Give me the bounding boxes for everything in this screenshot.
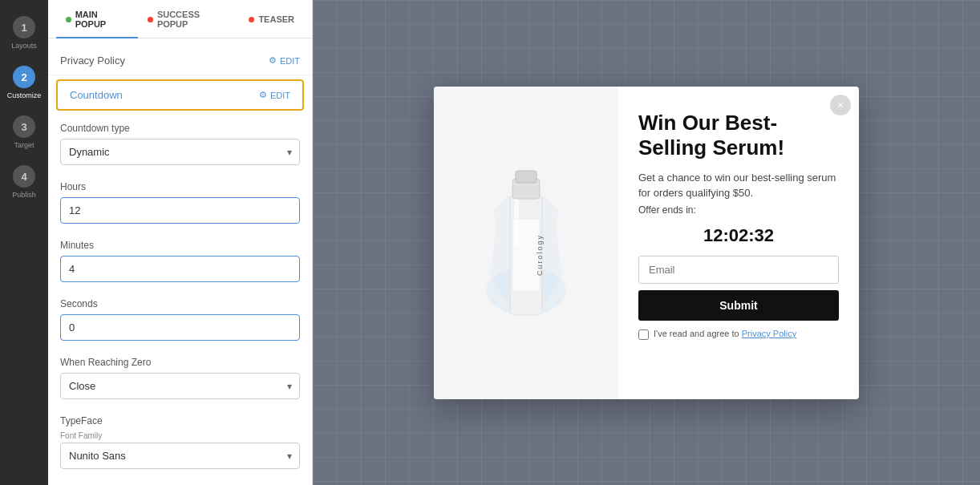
tab-main-popup[interactable]: MAIN POPUP xyxy=(56,0,138,38)
countdown-type-select-wrapper: Dynamic Static Evergreen ▾ xyxy=(60,139,300,165)
popup-title: Win Our Best-Selling Serum! xyxy=(638,111,839,160)
svg-rect-6 xyxy=(514,199,519,247)
popup-submit-button[interactable]: Submit xyxy=(638,290,839,321)
tab-dot-teaser xyxy=(249,17,254,22)
reaching-zero-select[interactable]: Close Hide Restart xyxy=(60,373,300,399)
privacy-policy-link[interactable]: Privacy Policy xyxy=(742,329,796,338)
countdown-type-select[interactable]: Dynamic Static Evergreen xyxy=(60,139,300,165)
countdown-type-group: Countdown type Dynamic Static Evergreen … xyxy=(48,115,312,173)
tab-label-success-popup: SUCCESS POPUP xyxy=(157,10,230,29)
panel-content: Privacy Policy ⚙ EDIT Countdown ⚙ EDIT C… xyxy=(48,38,312,485)
privacy-prefix: I've read and agree to xyxy=(654,329,742,338)
countdown-type-label: Countdown type xyxy=(60,123,300,134)
font-family-select-wrapper: Nunito Sans Arial Georgia ▾ xyxy=(60,443,300,469)
typeface-group: TypeFace Font Family Nunito Sans Arial G… xyxy=(48,407,312,477)
privacy-text: I've read and agree to Privacy Policy xyxy=(654,329,796,338)
tab-teaser[interactable]: TEASER xyxy=(239,0,304,38)
settings-panel: MAIN POPUP SUCCESS POPUP TEASER Privacy … xyxy=(48,0,313,485)
hours-label: Hours xyxy=(60,181,300,192)
sidebar-label-customize: Customize xyxy=(7,91,42,99)
preview-canvas: Curology × Win Our Best-Selling Serum! G… xyxy=(313,0,980,485)
sidebar-step-3: 3 xyxy=(13,115,35,138)
sidebar-nav: 1 Layouts 2 Customize 3 Target 4 Publish xyxy=(0,0,48,485)
popup-close-button[interactable]: × xyxy=(830,95,851,115)
sidebar-item-customize[interactable]: 2 Customize xyxy=(0,58,48,107)
sidebar-step-4: 4 xyxy=(13,165,35,188)
sidebar-item-layouts[interactable]: 1 Layouts xyxy=(0,8,48,58)
serum-bottle-svg: Curology xyxy=(482,131,570,355)
settings-icon: ⚙ xyxy=(269,55,277,66)
popup-email-input[interactable] xyxy=(638,256,839,284)
svg-text:Curology: Curology xyxy=(536,233,544,275)
section-row-privacy-policy[interactable]: Privacy Policy ⚙ EDIT xyxy=(48,46,312,75)
hours-group: Hours xyxy=(48,173,312,232)
sidebar-label-layouts: Layouts xyxy=(11,42,37,50)
tab-label-main-popup: MAIN POPUP xyxy=(75,10,129,29)
popup-image-side: Curology xyxy=(434,87,618,399)
privacy-checkbox[interactable] xyxy=(638,329,649,340)
tab-dot-main xyxy=(66,17,71,22)
minutes-input[interactable] xyxy=(60,256,300,282)
sidebar-step-1: 1 xyxy=(13,16,35,38)
privacy-policy-label: Privacy Policy xyxy=(60,55,125,67)
popup-privacy-row: I've read and agree to Privacy Policy xyxy=(638,329,839,340)
typeface-label: TypeFace xyxy=(60,415,300,426)
close-icon: × xyxy=(837,99,844,111)
popup-offer-ends: Offer ends in: xyxy=(638,204,839,216)
sidebar-item-target[interactable]: 3 Target xyxy=(0,107,48,157)
popup-content-side: × Win Our Best-Selling Serum! Get a chan… xyxy=(618,87,859,399)
countdown-edit-btn[interactable]: ⚙ EDIT xyxy=(259,90,290,100)
section-row-countdown[interactable]: Countdown ⚙ EDIT xyxy=(56,79,304,111)
panel-tabs: MAIN POPUP SUCCESS POPUP TEASER xyxy=(48,0,312,38)
tab-dot-success xyxy=(148,17,153,22)
popup-description: Get a chance to win our best-selling ser… xyxy=(638,170,839,201)
privacy-policy-edit-label: EDIT xyxy=(280,56,300,66)
countdown-settings-icon: ⚙ xyxy=(259,90,267,100)
tab-label-teaser: TEASER xyxy=(258,14,294,24)
seconds-group: Seconds xyxy=(48,290,312,349)
countdown-edit-label: EDIT xyxy=(270,91,290,100)
seconds-label: Seconds xyxy=(60,298,300,309)
reaching-zero-group: When Reaching Zero Close Hide Restart ▾ xyxy=(48,349,312,407)
bottle-container: Curology xyxy=(434,87,618,399)
sidebar-step-2: 2 xyxy=(13,66,35,88)
sidebar-label-publish: Publish xyxy=(12,191,36,199)
countdown-label: Countdown xyxy=(70,89,123,101)
hours-input[interactable] xyxy=(60,197,300,224)
popup-modal: Curology × Win Our Best-Selling Serum! G… xyxy=(434,87,859,399)
tab-success-popup[interactable]: SUCCESS POPUP xyxy=(138,0,239,38)
font-family-select[interactable]: Nunito Sans Arial Georgia xyxy=(60,443,300,469)
minutes-label: Minutes xyxy=(60,240,300,251)
font-weight-group: Font Weight Bold 800 Regular 400 Light 3… xyxy=(48,477,312,485)
font-family-sub-label: Font Family xyxy=(60,431,300,440)
minutes-group: Minutes xyxy=(48,232,312,290)
svg-rect-3 xyxy=(516,171,537,183)
reaching-zero-label: When Reaching Zero xyxy=(60,357,300,368)
popup-countdown-display: 12:02:32 xyxy=(638,225,839,246)
reaching-zero-select-wrapper: Close Hide Restart ▾ xyxy=(60,373,300,399)
sidebar-label-target: Target xyxy=(14,141,34,149)
sidebar-item-publish[interactable]: 4 Publish xyxy=(0,157,48,207)
privacy-policy-edit-btn[interactable]: ⚙ EDIT xyxy=(269,55,300,66)
seconds-input[interactable] xyxy=(60,314,300,341)
